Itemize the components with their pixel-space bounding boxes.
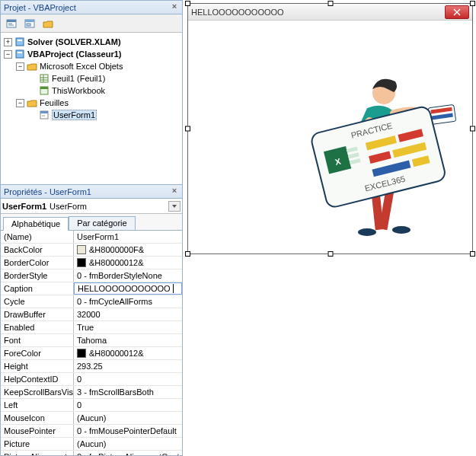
property-value-text: 0	[77, 399, 81, 411]
property-value[interactable]: &H80000012&	[74, 257, 182, 269]
folder-icon	[27, 61, 37, 72]
view-object-button[interactable]	[21, 16, 38, 31]
svg-rect-42	[372, 161, 411, 177]
property-value[interactable]: 293.25	[74, 360, 182, 372]
property-name: Left	[1, 399, 74, 411]
property-row[interactable]: Height293.25	[1, 360, 182, 373]
property-value[interactable]: &H8000000F&	[74, 244, 182, 256]
tree-node-vbaproject[interactable]: − VBAProject (Classeur1)	[2, 48, 180, 60]
svg-point-24	[358, 228, 376, 236]
property-name: Enabled	[1, 321, 74, 333]
color-swatch-icon	[77, 258, 86, 267]
form-designer[interactable]: HELLOOOOOOOOOOO	[187, 3, 473, 254]
tree-node-sheet[interactable]: Feuil1 (Feuil1)	[2, 72, 180, 85]
property-row[interactable]: Cycle0 - fmCycleAllForms	[1, 295, 182, 308]
property-row[interactable]: BorderColor&H80000012&	[1, 257, 182, 269]
collapse-icon[interactable]: −	[16, 62, 24, 71]
property-row[interactable]: ForeColor&H80000012&	[1, 347, 182, 360]
property-row[interactable]: MouseIcon(Aucun)	[1, 412, 182, 425]
property-name: Height	[1, 360, 74, 372]
folder-icon	[27, 97, 37, 108]
property-value-text: UserForm1	[77, 231, 119, 243]
project-toolbar	[1, 14, 182, 33]
property-row[interactable]: PictureAlignment2 - fmPictureAlignmentCe…	[1, 451, 182, 455]
svg-rect-23	[379, 187, 395, 230]
workbook-icon	[39, 85, 50, 96]
property-name: BorderColor	[1, 257, 74, 269]
property-value[interactable]: UserForm1	[74, 231, 182, 243]
userform-close-button[interactable]	[445, 5, 469, 19]
property-value-text: &H8000000F&	[89, 244, 144, 256]
property-value[interactable]: 2 - fmPictureAlignmentCenter	[74, 451, 182, 455]
svg-rect-38	[366, 136, 397, 150]
property-row[interactable]: FontTahoma	[1, 334, 182, 347]
svg-rect-18	[40, 111, 48, 113]
property-value[interactable]: HELLOOOOOOOOOOO	[74, 282, 182, 295]
property-row[interactable]: DrawBuffer32000	[1, 308, 182, 321]
svg-rect-5	[25, 20, 34, 22]
svg-rect-8	[18, 40, 22, 41]
close-icon[interactable]: ×	[168, 1, 180, 13]
tab-alphabetical[interactable]: Alphabétique	[3, 217, 69, 231]
property-row[interactable]: HelpContextID0	[1, 373, 182, 386]
dropdown-icon[interactable]	[168, 201, 180, 212]
property-value[interactable]: 32000	[74, 308, 182, 320]
properties-panel: Propriétés - UserForm1 × UserForm1 UserF…	[0, 185, 183, 456]
expand-icon[interactable]: +	[4, 38, 12, 46]
property-row[interactable]: CaptionHELLOOOOOOOOOOO	[1, 282, 182, 295]
property-row[interactable]: BorderStyle0 - fmBorderStyleNone	[1, 269, 182, 282]
svg-rect-34	[347, 147, 354, 167]
view-code-button[interactable]	[3, 16, 20, 31]
property-value[interactable]: 0 - fmMousePointerDefault	[74, 425, 182, 437]
property-value-text: 3 - fmScrollBarsBoth	[77, 386, 154, 398]
property-value[interactable]: 3 - fmScrollBarsBoth	[74, 386, 182, 398]
property-value-text: 32000	[77, 308, 101, 320]
property-value[interactable]: Tahoma	[74, 334, 182, 346]
tree-node-workbook[interactable]: ThisWorkbook	[2, 85, 180, 97]
project-tree[interactable]: + Solver (SOLVER.XLAM) − VBAProject (Cla…	[1, 33, 182, 184]
property-value-text: 2 - fmPictureAlignmentCenter	[77, 451, 182, 455]
tree-folder-forms[interactable]: − Feuilles	[2, 97, 180, 109]
property-row[interactable]: BackColor&H8000000F&	[1, 244, 182, 257]
tree-node-userform[interactable]: UserForm1	[2, 109, 180, 121]
property-value[interactable]: 0 - fmCycleAllForms	[74, 295, 182, 308]
object-name: UserForm1	[2, 202, 46, 211]
property-row[interactable]: Picture(Aucun)	[1, 438, 182, 451]
property-row[interactable]: EnabledTrue	[1, 321, 182, 334]
svg-rect-16	[40, 87, 48, 89]
svg-rect-29	[432, 113, 453, 120]
worksheet-icon	[39, 73, 50, 84]
tree-folder-objects[interactable]: − Microsoft Excel Objets	[2, 60, 180, 72]
property-row[interactable]: Left0	[1, 399, 182, 412]
property-row[interactable]: KeepScrollBarsVisible3 - fmScrollBarsBot…	[1, 386, 182, 399]
tree-node-solver[interactable]: + Solver (SOLVER.XLAM)	[2, 36, 180, 48]
property-value[interactable]: True	[74, 321, 182, 333]
collapse-icon[interactable]: −	[16, 99, 24, 107]
property-value[interactable]: (Aucun)	[74, 438, 182, 450]
property-row[interactable]: MousePointer0 - fmMousePointerDefault	[1, 425, 182, 438]
property-row[interactable]: (Name)UserForm1	[1, 231, 182, 244]
tab-categorized[interactable]: Par catégorie	[69, 216, 135, 230]
toggle-folders-button[interactable]	[40, 16, 56, 31]
property-value[interactable]: 0 - fmBorderStyleNone	[74, 269, 182, 282]
svg-rect-1	[7, 20, 16, 22]
property-value[interactable]: (Aucun)	[74, 412, 182, 424]
property-value-text: 0	[77, 373, 81, 385]
svg-rect-9	[16, 50, 24, 58]
svg-rect-28	[430, 107, 452, 114]
properties-title-text: Propriétés - UserForm1	[4, 187, 91, 196]
properties-grid[interactable]: (Name)UserForm1BackColor&H8000000F&Borde…	[1, 231, 182, 455]
collapse-icon[interactable]: −	[4, 50, 12, 59]
properties-tabs: Alphabétique Par catégorie	[1, 214, 182, 231]
property-name: Caption	[1, 282, 74, 295]
svg-rect-22	[371, 187, 384, 230]
object-selector[interactable]: UserForm1 UserForm	[1, 199, 182, 214]
svg-rect-6	[27, 24, 30, 26]
property-value[interactable]: 0	[74, 399, 182, 411]
userform-client-area[interactable]: PRACTICE X	[188, 21, 472, 254]
property-name: BorderStyle	[1, 269, 74, 282]
property-value[interactable]: 0	[74, 373, 182, 385]
close-icon[interactable]: ×	[168, 185, 180, 197]
property-value[interactable]: &H80000012&	[74, 347, 182, 359]
userform-design-surface[interactable]: HELLOOOOOOOOOOO	[187, 3, 473, 254]
